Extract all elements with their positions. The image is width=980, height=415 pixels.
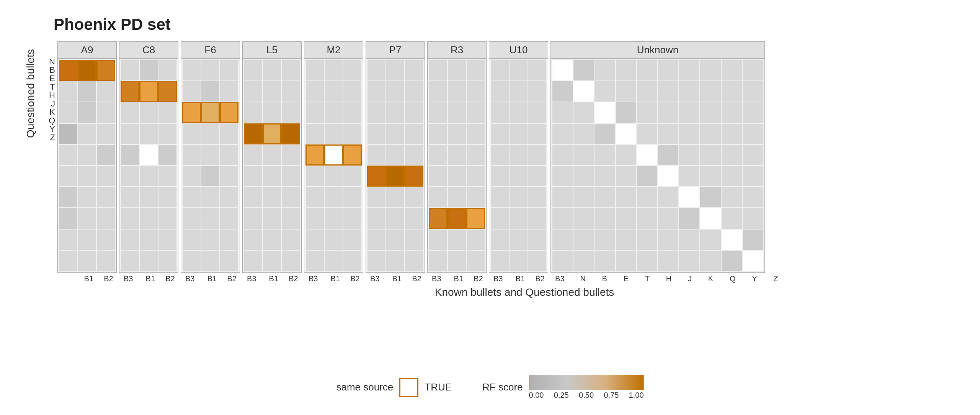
heatmap-cell <box>658 81 678 102</box>
heatmap-cell <box>595 166 615 186</box>
heatmap-cell <box>658 187 678 207</box>
heatmap-cell <box>121 145 139 165</box>
heatmap-cell <box>429 81 447 102</box>
heatmap-cell <box>637 102 657 123</box>
heatmap-cell <box>448 81 466 102</box>
heatmap-cell <box>263 230 281 250</box>
heatmap-cell <box>97 187 115 207</box>
heatmap-cell <box>368 230 385 250</box>
heatmap-cell <box>220 208 238 228</box>
heatmap-cell <box>244 208 262 228</box>
heatmap-cell <box>658 145 678 165</box>
heatmap-cell <box>510 166 528 186</box>
heatmap-cell <box>325 124 343 144</box>
x-ticks-P7: B1B2B3 <box>387 274 446 283</box>
heatmap-cell <box>491 102 509 123</box>
heatmap-cell <box>448 208 466 228</box>
x-tick-label: B1 <box>146 274 155 283</box>
heatmap-cell <box>59 208 77 228</box>
x-tick-label: T <box>645 274 650 283</box>
heatmap-cell <box>448 187 466 207</box>
heatmap-cell <box>59 124 77 144</box>
heatmap-cell <box>429 102 447 123</box>
rf-score-tick: 0.75 <box>604 391 619 400</box>
heatmap-cell <box>386 230 404 250</box>
x-tick-label: B3 <box>493 274 503 283</box>
y-tick-label: B <box>38 66 57 74</box>
panel-Unknown: Unknown <box>550 41 765 273</box>
panel-header-F6: F6 <box>181 42 240 59</box>
panel-L5: L5 <box>242 41 302 273</box>
heatmap-cell <box>59 102 77 123</box>
heatmap-cell <box>201 81 219 102</box>
heatmap-cell <box>220 81 238 102</box>
x-tick-label: J <box>688 274 692 283</box>
x-tick-label: B2 <box>165 274 175 283</box>
heatmap-cell <box>722 187 742 207</box>
x-tick-label: E <box>624 274 629 283</box>
heatmap-cell <box>220 230 238 250</box>
heatmap-cell <box>306 166 324 186</box>
heatmap-cell <box>282 208 300 228</box>
heatmap-cell <box>743 102 763 123</box>
heatmap-cell <box>78 208 96 228</box>
x-tick-label: B2 <box>474 274 483 283</box>
same-source-label: same source <box>336 381 393 393</box>
heatmap-cell <box>448 251 466 271</box>
panel-U10: U10 <box>489 41 548 273</box>
y-tick-label: E <box>38 74 57 83</box>
x-tick-label: B1 <box>392 274 402 283</box>
heatmap-cell <box>528 166 546 186</box>
x-ticks-L5: B1B2B3 <box>264 274 323 283</box>
heatmap-cell <box>343 102 361 123</box>
rf-score-tick: 0.50 <box>579 391 594 400</box>
y-tick-label: Y <box>38 125 57 133</box>
heatmap-cell <box>491 166 509 186</box>
heatmap-cell <box>263 166 281 186</box>
heatmap-cell <box>97 251 115 271</box>
heatmap-cell <box>263 251 281 271</box>
heatmap-cell <box>343 208 361 228</box>
heatmap-cell <box>121 102 139 123</box>
heatmap-cell <box>679 208 699 228</box>
heatmap-cell <box>679 102 699 123</box>
heatmap-cell <box>616 230 636 250</box>
heatmap-cell <box>528 208 546 228</box>
heatmap-cell <box>700 145 720 165</box>
heatmap-cell <box>528 124 546 144</box>
heatmap-cell <box>244 166 262 186</box>
heatmap-cell <box>467 145 485 165</box>
x-tick-label: Y <box>752 274 757 283</box>
heatmap-cell <box>491 124 509 144</box>
main-container: Phoenix PD set Questioned bullets NBETHJ… <box>0 0 980 415</box>
heatmap-cell <box>263 187 281 207</box>
heatmap-cell <box>743 208 763 228</box>
heatmap-cell <box>325 81 343 102</box>
heatmap-cell <box>637 187 657 207</box>
heatmap-cell <box>368 124 385 144</box>
heatmap-cell <box>325 102 343 123</box>
y-tick-label: Q <box>38 116 57 125</box>
heatmap-cell <box>97 60 115 80</box>
x-ticks-M2: B1B2B3 <box>325 274 385 283</box>
x-tick-label: B1 <box>269 274 278 283</box>
x-tick-label: H <box>666 274 671 283</box>
heatmap-cell <box>722 208 742 228</box>
heatmap-cell <box>306 81 324 102</box>
heatmap-cell <box>306 124 324 144</box>
heatmap-cell <box>140 81 158 102</box>
heatmap-grid-U10 <box>489 59 548 272</box>
legend-rf-score: RF score 0.000.250.500.751.00 <box>482 375 644 400</box>
heatmap-cell <box>78 81 96 102</box>
y-tick-label: N <box>38 57 57 66</box>
x-tick-label: Q <box>730 274 736 283</box>
heatmap-cell <box>368 166 385 186</box>
x-tick-label: B1 <box>454 274 463 283</box>
heatmap-cell <box>97 102 115 123</box>
heatmap-cell <box>325 60 343 80</box>
heatmap-cell <box>448 230 466 250</box>
heatmap-cell <box>616 81 636 102</box>
heatmap-cell <box>679 166 699 186</box>
panel-R3: R3 <box>427 41 487 273</box>
heatmap-cell <box>700 187 720 207</box>
